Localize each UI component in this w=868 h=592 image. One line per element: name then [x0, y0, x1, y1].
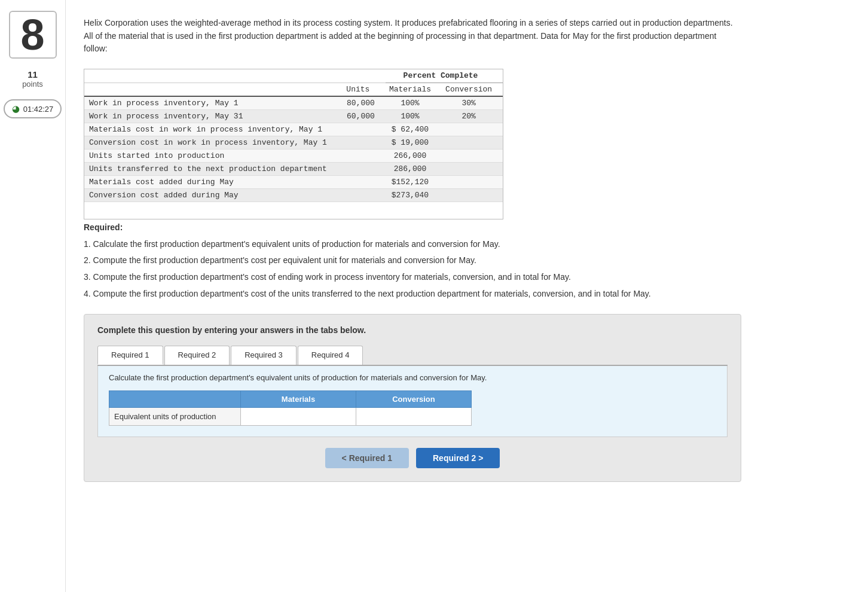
tabs-row: Required 1Required 2Required 3Required 4	[97, 346, 728, 366]
required-item-4: 4. Compute the first production departme…	[84, 288, 741, 301]
row-conversion	[442, 163, 503, 176]
row-materials: 100%	[386, 96, 442, 110]
data-table: Percent Complete Units Materials Convers…	[84, 69, 503, 202]
materials-input[interactable]	[246, 411, 351, 422]
tab-content-area: Calculate the first production departmen…	[97, 366, 728, 437]
complete-box-instruction: Complete this question by entering your …	[97, 325, 728, 335]
answer-materials-th: Materials	[241, 390, 356, 407]
row-label: Units transferred to the next production…	[84, 163, 338, 176]
row-label: Work in process inventory, May 31	[84, 110, 338, 123]
required-item-3: 3. Compute the first production departme…	[84, 271, 741, 284]
row-units	[338, 149, 386, 163]
row-conversion	[442, 136, 503, 149]
materials-input-cell[interactable]	[241, 407, 356, 425]
complete-box: Complete this question by entering your …	[84, 314, 741, 482]
row-label: Work in process inventory, May 1	[84, 96, 338, 110]
row-label: Conversion cost added during May	[84, 189, 338, 202]
next-button[interactable]: Required 2 >	[416, 448, 500, 468]
table-row: Conversion cost added during May$273,040	[84, 189, 503, 202]
table-row: Units transferred to the next production…	[84, 163, 503, 176]
points-display: 11 points	[22, 69, 43, 89]
table-row: Units started into production266,000	[84, 149, 503, 163]
row-materials: $ 62,400	[386, 123, 442, 136]
tab-req1[interactable]: Required 1	[97, 346, 163, 365]
required-heading: Required:	[84, 222, 123, 232]
row-materials: $273,040	[386, 189, 442, 202]
units-subheader: Units	[338, 83, 386, 97]
tab-req4[interactable]: Required 4	[298, 346, 363, 365]
empty-subheader	[84, 83, 338, 97]
required-section: Required: 1. Calculate the first product…	[84, 221, 741, 300]
answer-table-header: Materials Conversion	[109, 390, 472, 407]
table-row: Work in process inventory, May 3160,0001…	[84, 110, 503, 123]
row-units	[338, 163, 386, 176]
tab-req3[interactable]: Required 3	[231, 346, 297, 365]
timer-icon: ◕	[12, 103, 20, 114]
conversion-input[interactable]	[361, 411, 466, 422]
answer-row: Equivalent units of production	[109, 407, 472, 425]
row-label: Materials cost added during May	[84, 176, 338, 189]
answer-row-label: Equivalent units of production	[109, 407, 241, 425]
table-subheader-row: Units Materials Conversion	[84, 83, 503, 97]
materials-subheader: Materials	[386, 83, 442, 97]
row-materials: 100%	[386, 110, 442, 123]
row-units	[338, 123, 386, 136]
row-materials: 286,000	[386, 163, 442, 176]
units-header	[338, 69, 386, 83]
answer-conversion-th: Conversion	[356, 390, 472, 407]
required-item-2: 2. Compute the first production departme…	[84, 254, 741, 267]
row-conversion: 20%	[442, 110, 503, 123]
row-label: Materials cost in work in process invent…	[84, 123, 338, 136]
row-conversion	[442, 176, 503, 189]
row-materials: 266,000	[386, 149, 442, 163]
conversion-subheader: Conversion	[442, 83, 503, 97]
question-number: 8	[9, 11, 57, 59]
row-units	[338, 176, 386, 189]
percent-complete-header: Percent Complete	[386, 69, 503, 83]
row-units	[338, 136, 386, 149]
row-units: 80,000	[338, 96, 386, 110]
answer-empty-th	[109, 390, 241, 407]
table-row: Work in process inventory, May 180,00010…	[84, 96, 503, 110]
answer-table: Materials Conversion Equivalent units of…	[109, 390, 472, 426]
row-conversion	[442, 123, 503, 136]
required-item-1: 1. Calculate the first production depart…	[84, 238, 741, 251]
prev-button[interactable]: < Required 1	[325, 448, 409, 468]
timer-value: 01:42:27	[23, 105, 54, 114]
row-conversion	[442, 189, 503, 202]
table-header-row: Percent Complete	[84, 69, 503, 83]
empty-header	[84, 69, 338, 83]
row-materials: $ 19,000	[386, 136, 442, 149]
row-materials: $152,120	[386, 176, 442, 189]
row-label: Conversion cost in work in process inven…	[84, 136, 338, 149]
row-label: Units started into production	[84, 149, 338, 163]
required-items: 1. Calculate the first production depart…	[84, 238, 741, 301]
row-units: 60,000	[338, 110, 386, 123]
table-row: Materials cost added during May$152,120	[84, 176, 503, 189]
timer-display: ◕ 01:42:27	[4, 99, 62, 118]
tab-instruction: Calculate the first production departmen…	[109, 373, 716, 382]
conversion-input-cell[interactable]	[356, 407, 472, 425]
table-row: Materials cost in work in process invent…	[84, 123, 503, 136]
tab-req2[interactable]: Required 2	[164, 346, 230, 365]
data-table-body: Work in process inventory, May 180,00010…	[84, 96, 503, 202]
row-conversion	[442, 149, 503, 163]
data-table-wrapper: Percent Complete Units Materials Convers…	[84, 69, 503, 219]
nav-buttons: < Required 1 Required 2 >	[97, 437, 728, 481]
table-row: Conversion cost in work in process inven…	[84, 136, 503, 149]
row-units	[338, 189, 386, 202]
problem-text: Helix Corporation uses the weighted-aver…	[84, 17, 741, 56]
row-conversion: 30%	[442, 96, 503, 110]
sidebar: 8 11 points ◕ 01:42:27	[0, 0, 66, 592]
main-content: Helix Corporation uses the weighted-aver…	[66, 0, 868, 592]
